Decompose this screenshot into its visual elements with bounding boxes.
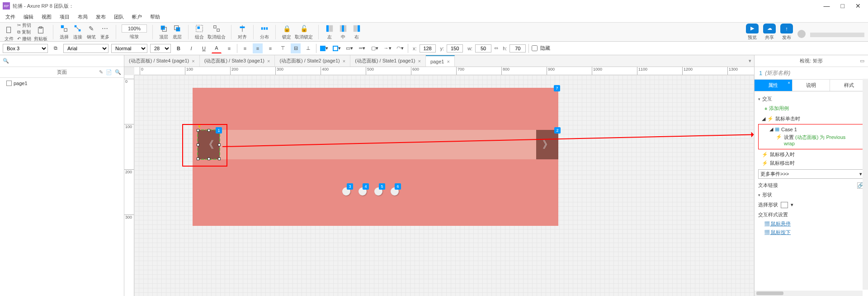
tab-properties[interactable]: 属性× bbox=[755, 80, 793, 91]
event-onclick[interactable]: ◢⚡鼠标单击时 bbox=[758, 115, 864, 123]
italic-button[interactable]: I bbox=[186, 43, 196, 53]
distribute-tool[interactable]: 分布 bbox=[259, 24, 270, 40]
carousel-track-shape[interactable] bbox=[215, 130, 536, 159]
menu-file[interactable]: 文件 bbox=[2, 13, 19, 21]
menu-layout[interactable]: 布局 bbox=[74, 13, 91, 21]
copy-style-icon[interactable]: ⧉ bbox=[51, 43, 61, 53]
border-width-button[interactable]: ▭▾ bbox=[344, 43, 354, 53]
bold-button[interactable]: B bbox=[174, 43, 184, 53]
corner-radius-button[interactable]: ◠▾ bbox=[395, 43, 405, 53]
page-tree-item[interactable]: page1 bbox=[2, 80, 122, 87]
text-color-button[interactable]: A bbox=[212, 43, 222, 53]
design-canvas[interactable]: 《 》 ▼ 1 2 3 4 5 6 7 bbox=[134, 75, 754, 296]
footnote-marker[interactable]: 6 bbox=[395, 183, 401, 190]
tab-state3[interactable]: (动态面板) / State3 (page1)× bbox=[200, 55, 275, 67]
border-style-button[interactable]: ═▾ bbox=[357, 43, 367, 53]
menu-view[interactable]: 视图 bbox=[38, 13, 55, 21]
menu-account[interactable]: 帐户 bbox=[128, 13, 146, 21]
share-button[interactable]: ☁共享 bbox=[763, 24, 776, 41]
border-side-button[interactable]: ▢▾ bbox=[370, 43, 380, 53]
hover-style-link[interactable]: ▦ 鼠标悬停 bbox=[758, 220, 864, 228]
ungroup-tool[interactable]: 取消组合 bbox=[208, 24, 226, 40]
font-size-select[interactable]: 28 bbox=[150, 44, 171, 53]
event-mouseleave[interactable]: ⚡鼠标移出时 bbox=[758, 159, 864, 167]
section-interactions[interactable]: ▾交互 bbox=[758, 94, 864, 104]
event-mouseenter[interactable]: ⚡鼠标移入时 bbox=[758, 150, 864, 159]
menu-edit[interactable]: 编辑 bbox=[20, 13, 37, 21]
h-input[interactable] bbox=[509, 44, 526, 53]
select-tool[interactable]: 选择 bbox=[59, 24, 70, 40]
lock-ratio-icon[interactable]: ⇔ bbox=[494, 45, 498, 51]
align-right-tool[interactable]: 右 bbox=[351, 24, 362, 40]
zoom-control[interactable]: 100%缩放 bbox=[122, 24, 147, 40]
search-icon[interactable]: 🔍 bbox=[0, 58, 12, 64]
menu-project[interactable]: 项目 bbox=[56, 13, 73, 21]
add-case-link[interactable]: 添加用例 bbox=[758, 104, 864, 115]
close-icon[interactable]: × bbox=[192, 58, 194, 64]
close-icon[interactable]: × bbox=[343, 58, 345, 64]
align-bottom-text[interactable]: ⊥ bbox=[303, 43, 313, 53]
mousedown-style-link[interactable]: ▦ 鼠标按下 bbox=[758, 228, 864, 237]
arrow-style-button[interactable]: →▾ bbox=[382, 43, 392, 53]
font-weight-select[interactable]: Normal bbox=[111, 44, 147, 53]
rotate-handle-icon[interactable]: ▼ bbox=[197, 124, 202, 129]
tab-state4[interactable]: (动态面板) / State4 (page1)× bbox=[124, 55, 200, 67]
cut-tool[interactable]: ✂ 剪切 bbox=[17, 22, 31, 29]
page-search-icon[interactable]: 🔍 bbox=[115, 69, 121, 75]
connect-tool[interactable]: 连接 bbox=[72, 24, 83, 40]
search-input[interactable] bbox=[12, 57, 124, 65]
choose-shape-row[interactable]: 选择形状▾ bbox=[758, 201, 864, 208]
underline-button[interactable]: U bbox=[199, 43, 209, 53]
maximize-button[interactable]: □ bbox=[841, 2, 844, 10]
align-center-text[interactable]: ≡ bbox=[253, 43, 263, 53]
case-1-row[interactable]: ◢▦Case 1 bbox=[760, 125, 863, 133]
clipboard-tool[interactable]: 剪贴板 bbox=[34, 26, 47, 42]
menu-help[interactable]: 帮助 bbox=[146, 13, 164, 21]
pen-tool[interactable]: ✎钢笔 bbox=[86, 24, 97, 40]
align-top-text[interactable]: ⊤ bbox=[278, 43, 288, 53]
inspector-scrollbar-horizontal[interactable] bbox=[755, 291, 863, 296]
add-page-icon[interactable]: ✎ bbox=[99, 69, 103, 75]
close-icon[interactable]: × bbox=[418, 58, 420, 64]
widget-name-label[interactable]: (矩形名称) bbox=[765, 69, 790, 77]
preview-button[interactable]: ▶预览 bbox=[746, 24, 759, 41]
bring-front-tool[interactable]: 顶层 bbox=[158, 24, 169, 40]
tab-page1[interactable]: page1× bbox=[426, 55, 455, 67]
tab-state2[interactable]: (动态面板) / State2 (page1)× bbox=[275, 55, 350, 67]
close-icon[interactable]: × bbox=[267, 58, 270, 64]
footnote-marker[interactable]: 3 bbox=[347, 183, 353, 190]
add-folder-icon[interactable]: 📄 bbox=[106, 69, 112, 75]
footnote-marker[interactable]: 7 bbox=[554, 85, 560, 91]
copy-tool[interactable]: ⧉ 复制 bbox=[17, 29, 31, 35]
footnote-marker[interactable]: 4 bbox=[363, 183, 369, 190]
menu-publish[interactable]: 发布 bbox=[92, 13, 109, 21]
align-tool[interactable]: 对齐 bbox=[237, 24, 248, 40]
align-middle-text[interactable]: ⊟ bbox=[291, 43, 301, 53]
close-button[interactable]: ✕ bbox=[855, 2, 861, 10]
inspector-scrollbar-vertical[interactable] bbox=[863, 79, 868, 290]
align-right-text[interactable]: ≡ bbox=[265, 43, 275, 53]
align-left-text[interactable]: ≡ bbox=[240, 43, 250, 53]
section-shape[interactable]: ▾形状 bbox=[758, 190, 864, 200]
bullets-button[interactable]: ≡ bbox=[224, 43, 234, 53]
next-arrow-shape[interactable]: 》 bbox=[536, 130, 558, 159]
tabs-overflow-icon[interactable]: ▾ bbox=[746, 55, 754, 67]
more-tool[interactable]: ⋯更多 bbox=[99, 24, 110, 40]
x-input[interactable] bbox=[420, 44, 436, 53]
section-text-link[interactable]: 文本链接🔗 bbox=[758, 181, 864, 190]
align-center-tool[interactable]: 中 bbox=[338, 24, 349, 40]
send-back-tool[interactable]: 底层 bbox=[172, 24, 183, 40]
fill-color-button[interactable]: ▾ bbox=[319, 43, 329, 53]
menu-team[interactable]: 团队 bbox=[110, 13, 127, 21]
minimize-button[interactable]: — bbox=[824, 2, 830, 10]
y-input[interactable] bbox=[447, 44, 463, 53]
align-left-tool[interactable]: 左 bbox=[324, 24, 335, 40]
close-icon[interactable]: × bbox=[447, 59, 449, 64]
publish-button[interactable]: ↑发布 bbox=[780, 24, 793, 41]
lock-tool[interactable]: 🔒锁定 bbox=[281, 24, 292, 40]
file-tool[interactable]: 文件 bbox=[4, 26, 14, 42]
widget-name-select[interactable]: Box 3 bbox=[3, 44, 48, 53]
unlock-tool[interactable]: 🔓取消锁定 bbox=[295, 24, 313, 40]
more-events-dropdown[interactable]: 更多事件>>>▾ bbox=[758, 169, 864, 179]
font-select[interactable]: Arial bbox=[63, 44, 108, 53]
